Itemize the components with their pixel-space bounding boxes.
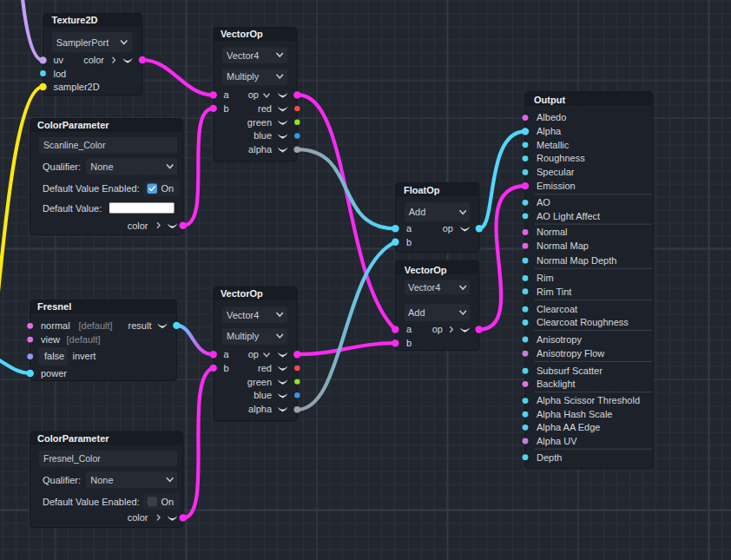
svg-text:result: result [128,320,152,331]
svg-text:op: op [432,324,443,334]
svg-text:lod: lod [54,69,67,79]
svg-text:Default Value Enabled:: Default Value Enabled: [43,183,140,194]
svg-text:b: b [224,103,229,114]
svg-text:Clearcoat: Clearcoat [537,304,577,314]
svg-text:None: None [90,475,113,485]
svg-text:alpha: alpha [248,404,273,414]
svg-text:VectorOp: VectorOp [405,265,447,275]
svg-text:VectorOp: VectorOp [221,288,263,299]
svg-text:sampler2D: sampler2D [54,82,100,92]
svg-text:Vector4: Vector4 [227,310,259,320]
svg-text:Output: Output [534,95,565,105]
svg-text:Alpha AA Edge: Alpha AA Edge [537,422,600,432]
svg-text:Emission: Emission [537,181,576,191]
svg-text:color: color [83,55,104,65]
svg-text:Multiply: Multiply [227,331,260,341]
svg-text:b: b [224,363,229,373]
svg-text:red: red [258,363,272,373]
svg-text:None: None [90,161,113,172]
svg-text:Qualifier:: Qualifier: [43,475,81,485]
svg-text:normal: normal [41,320,70,331]
svg-text:blue: blue [254,390,272,400]
svg-text:Metallic: Metallic [537,140,570,150]
svg-text:power: power [41,368,67,379]
svg-text:Specular: Specular [537,167,575,177]
svg-text:On: On [161,183,175,194]
svg-text:a: a [406,324,412,334]
svg-text:Clearcoat Roughness: Clearcoat Roughness [537,317,629,327]
svg-text:Default Value:: Default Value: [43,203,102,214]
svg-text:AO Light Affect: AO Light Affect [537,211,600,221]
svg-text:green: green [247,117,272,128]
svg-text:Multiply: Multiply [227,71,260,82]
svg-text:Alpha: Alpha [537,126,562,136]
svg-text:Default Value Enabled:: Default Value Enabled: [43,497,140,507]
svg-text:color: color [128,512,148,523]
svg-text:Vector4: Vector4 [227,50,259,61]
svg-text:b: b [406,338,412,348]
svg-text:Backlight: Backlight [537,379,576,389]
svg-text:Anisotropy Flow: Anisotropy Flow [537,348,604,359]
svg-text:Normal Map Depth: Normal Map Depth [537,255,616,266]
svg-text:op: op [248,349,259,359]
svg-text:Add: Add [409,207,426,217]
svg-text:Scanline_Color: Scanline_Color [43,140,106,150]
svg-text:blue: blue [254,130,272,141]
svg-text:VectorOp: VectorOp [221,29,263,39]
svg-text:Fresnel: Fresnel [37,301,71,312]
svg-text:op: op [443,223,453,234]
svg-text:a: a [224,349,230,359]
svg-text:Roughness: Roughness [537,153,585,163]
svg-text:Add: Add [408,307,425,318]
svg-text:Normal Map: Normal Map [537,240,589,251]
svg-text:Qualifier:: Qualifier: [43,161,81,172]
svg-text:a: a [224,89,230,100]
svg-text:Alpha Hash Scale: Alpha Hash Scale [537,409,612,419]
svg-text:AO: AO [537,197,550,208]
svg-text:op: op [248,89,259,100]
svg-text:Alpha UV: Alpha UV [537,436,577,446]
svg-text:Rim Tint: Rim Tint [537,287,571,297]
svg-text:invert: invert [73,351,96,361]
svg-text:a: a [406,223,412,234]
svg-text:Rim: Rim [537,273,554,283]
svg-text:uv: uv [54,55,64,65]
svg-text:On: On [161,497,175,507]
svg-text:Subsurf Scatter: Subsurf Scatter [537,366,603,376]
svg-text:b: b [406,237,412,247]
svg-text:Depth: Depth [537,452,562,463]
svg-text:Texture2D: Texture2D [52,15,98,25]
svg-text:view: view [41,334,60,345]
svg-text:FloatOp: FloatOp [404,185,440,195]
svg-text:[default]: [default] [79,320,113,331]
svg-text:ColorParameter: ColorParameter [37,120,109,130]
svg-text:green: green [247,377,272,387]
svg-text:ColorParameter: ColorParameter [37,433,109,444]
svg-text:Vector4: Vector4 [408,282,440,293]
svg-text:Anisotropy: Anisotropy [537,334,582,345]
svg-text:Fresnel_Color: Fresnel_Color [43,453,101,464]
svg-text:Alpha Scissor Threshold: Alpha Scissor Threshold [537,395,640,405]
svg-text:Normal: Normal [537,227,567,237]
svg-text:false: false [44,351,64,361]
svg-text:SamplerPort: SamplerPort [56,37,109,48]
svg-text:[default]: [default] [67,334,101,345]
svg-text:Albedo: Albedo [537,112,566,122]
svg-text:color: color [128,221,148,231]
svg-text:alpha: alpha [248,144,273,155]
svg-text:red: red [258,103,272,114]
